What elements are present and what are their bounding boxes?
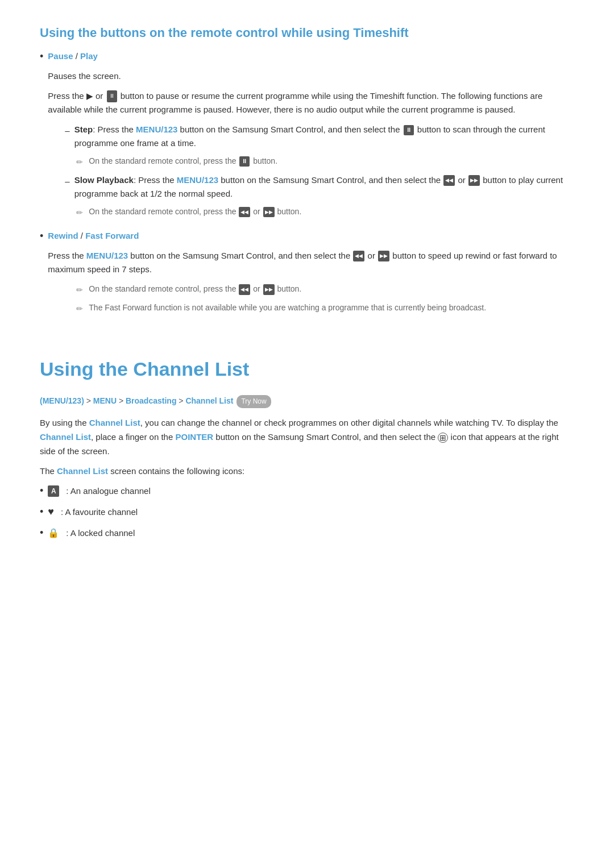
lock-icon: 🔒: [48, 526, 59, 541]
ffwd-icon2: ▶▶: [378, 251, 389, 261]
step-block: – Step: Press the MENU/123 button on the…: [65, 123, 574, 219]
channel-list-title: Using the Channel List: [40, 354, 574, 384]
pencil-icon-3: ✏: [76, 284, 83, 296]
rewind-note1: ✏ On the standard remote control, press …: [76, 283, 574, 296]
breadcrumb: (MENU/123) > MENU > Broadcasting > Chann…: [40, 394, 574, 408]
step-label: Step: [74, 124, 93, 134]
ffwd-btn-note2: ▶▶: [263, 284, 275, 294]
pauses-screen-text: Pauses the screen.: [48, 69, 574, 84]
channel-icons-list: • A : An analogue channel • ♥ : A favour…: [40, 484, 574, 541]
pause-play-sep: /: [73, 51, 81, 61]
pencil-icon-1: ✏: [76, 156, 83, 168]
pencil-icon-2: ✏: [76, 206, 83, 219]
rewind-ffwd-header: Rewind / Fast Forward: [48, 229, 574, 243]
slow-playback-note: ✏ On the standard remote control, press …: [76, 205, 574, 219]
heart-icon: ♥: [48, 504, 54, 520]
step-dash-item: – Step: Press the MENU/123 button on the…: [65, 123, 574, 150]
pause-play-header: Pause / Play: [48, 49, 574, 64]
ffwd-icon1: ▶▶: [468, 175, 480, 185]
channel-list-link2: Channel List: [40, 432, 91, 442]
rewind-icon1: ◀◀: [443, 175, 455, 185]
grid-icon: ⊞: [438, 433, 448, 443]
breadcrumb-menu: MENU: [93, 396, 117, 405]
pointer-link: POINTER: [175, 432, 213, 442]
ffwd-btn-note: ▶▶: [263, 207, 275, 217]
slow-playback-label: Slow Playback: [74, 175, 134, 185]
rewind-icon2: ◀◀: [353, 251, 364, 261]
slow-playback-note-text: On the standard remote control, press th…: [89, 205, 301, 218]
rewind-btn-note2: ◀◀: [239, 284, 250, 294]
breadcrumb-channel-list: Channel List: [185, 396, 233, 405]
favourite-channel-item: • ♥ : A favourite channel: [40, 504, 574, 520]
locked-channel-item: • 🔒 : A locked channel: [40, 526, 574, 541]
rewind-note1-text: On the standard remote control, press th…: [89, 283, 301, 295]
favourite-label: : A favourite channel: [61, 505, 138, 519]
rewind-label: Rewind: [48, 231, 78, 240]
analogue-channel-item: • A : An analogue channel: [40, 484, 574, 498]
rewind-description: Press the MENU/123 button on the Samsung…: [48, 249, 574, 277]
pause-play-content: Pause / Play Pauses the screen. Press th…: [48, 49, 574, 223]
section1-title: Using the buttons on the remote control …: [40, 23, 574, 43]
menu123-ref1: MENU/123: [136, 124, 177, 134]
breadcrumb-menu123: (MENU/123): [40, 396, 84, 405]
channel-list-para1: By using the Channel List, you can chang…: [40, 416, 574, 458]
rewind-btn-note: ◀◀: [239, 207, 250, 217]
play-label: Play: [80, 51, 98, 61]
timeshift-section: Using the buttons on the remote control …: [40, 23, 574, 319]
pencil-icon-4: ✏: [76, 302, 83, 315]
analogue-icon: A: [48, 485, 59, 497]
breadcrumb-broadcasting: Broadcasting: [126, 396, 176, 405]
fast-forward-label: Fast Forward: [85, 231, 139, 240]
pause-play-item: • Pause / Play Pauses the screen. Press …: [40, 49, 574, 223]
try-now-badge[interactable]: Try Now: [237, 395, 271, 408]
locked-label: : A locked channel: [66, 526, 135, 540]
rewind-note2: ✏ The Fast Forward function is not avail…: [76, 301, 574, 315]
menu123-ref2: MENU/123: [177, 175, 218, 185]
step-note: ✏ On the standard remote control, press …: [76, 155, 574, 168]
pause-btn-icon: ⏸: [404, 125, 414, 135]
bullet-list: • Pause / Play Pauses the screen. Press …: [40, 49, 574, 319]
pause-label: Pause: [48, 51, 73, 61]
step-note-text: On the standard remote control, press th…: [89, 155, 277, 167]
pause-icon: ⏸: [107, 90, 117, 102]
rewind-ffwd-content: Rewind / Fast Forward Press the MENU/123…: [48, 229, 574, 319]
analogue-label: : An analogue channel: [66, 484, 150, 498]
pause-description: Press the ▶ or ⏸ button to pause or resu…: [48, 89, 574, 118]
slow-playback-dash: – Slow Playback: Press the MENU/123 butt…: [65, 173, 574, 201]
channel-list-para2: The Channel List screen contains the fol…: [40, 464, 574, 479]
rewind-ffwd-item: • Rewind / Fast Forward Press the MENU/1…: [40, 229, 574, 319]
pause-btn-note: ⏸: [239, 156, 250, 167]
menu123-ref3: MENU/123: [86, 251, 128, 260]
channel-list-section: Using the Channel List (MENU/123) > MENU…: [40, 354, 574, 541]
channel-list-link1: Channel List: [89, 418, 140, 427]
channel-list-link3: Channel List: [57, 466, 108, 476]
rewind-note2-text: The Fast Forward function is not availab…: [89, 301, 486, 314]
